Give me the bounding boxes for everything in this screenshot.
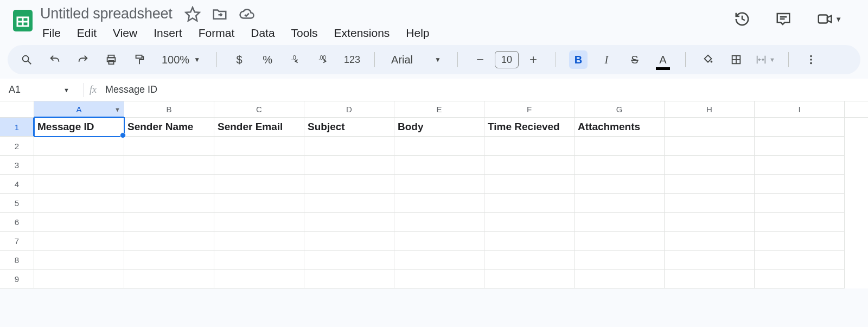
paint-format-icon[interactable] (130, 50, 149, 69)
percent-button[interactable]: % (258, 50, 277, 69)
increase-decimal-icon[interactable]: .00 (315, 50, 333, 69)
cell[interactable] (484, 251, 575, 270)
more-icon[interactable] (802, 50, 820, 69)
formula-input[interactable]: Message ID (105, 84, 157, 95)
cell[interactable] (124, 251, 214, 270)
name-box[interactable]: A1 ▼ (0, 84, 76, 95)
cell[interactable] (394, 232, 484, 251)
cell[interactable] (755, 213, 845, 232)
menu-tools[interactable]: Tools (291, 27, 318, 40)
column-header-h[interactable]: H (665, 101, 755, 117)
cell[interactable] (304, 156, 394, 175)
menu-view[interactable]: View (113, 27, 137, 40)
column-header-f[interactable]: F (484, 101, 575, 117)
cell[interactable] (124, 213, 214, 232)
cell-h1[interactable] (665, 118, 755, 137)
cell[interactable] (484, 156, 575, 175)
cell[interactable] (575, 156, 665, 175)
cell[interactable] (484, 194, 575, 213)
cell[interactable] (484, 232, 575, 251)
cell[interactable] (34, 232, 124, 251)
column-header-a[interactable]: A▼ (34, 101, 124, 117)
cell[interactable] (575, 137, 665, 156)
cell-f1[interactable]: Time Recieved (484, 118, 575, 137)
cell[interactable] (575, 232, 665, 251)
cell[interactable] (575, 251, 665, 270)
cell[interactable] (394, 213, 484, 232)
menu-file[interactable]: File (42, 27, 61, 40)
meet-icon[interactable] (816, 11, 833, 27)
column-header-i[interactable]: I (755, 101, 845, 117)
cell[interactable] (755, 137, 845, 156)
cell[interactable] (124, 194, 214, 213)
cell[interactable] (304, 270, 394, 288)
cell[interactable] (665, 232, 755, 251)
font-size-input[interactable]: 10 (495, 51, 519, 68)
zoom-select[interactable]: 100%▼ (162, 54, 200, 66)
row-header-6[interactable]: 6 (0, 213, 34, 232)
cell[interactable] (124, 270, 214, 288)
row-header-8[interactable]: 8 (0, 251, 34, 270)
cell[interactable] (665, 213, 755, 232)
cell[interactable] (755, 175, 845, 194)
row-header-1[interactable]: 1 (0, 118, 34, 137)
menu-insert[interactable]: Insert (154, 27, 182, 40)
cell[interactable] (394, 175, 484, 194)
star-icon[interactable] (184, 6, 201, 22)
cell[interactable] (755, 270, 845, 288)
cell[interactable] (214, 251, 304, 270)
row-header-7[interactable]: 7 (0, 232, 34, 251)
cell[interactable] (575, 175, 665, 194)
cell[interactable] (304, 175, 394, 194)
cell[interactable] (755, 156, 845, 175)
cell[interactable] (34, 270, 124, 288)
cell[interactable] (575, 194, 665, 213)
cell-e1[interactable]: Body (394, 118, 484, 137)
cell-d1[interactable]: Subject (304, 118, 394, 137)
cell[interactable] (755, 251, 845, 270)
cell[interactable] (665, 175, 755, 194)
increase-font-size-button[interactable]: + (524, 50, 542, 69)
column-header-d[interactable]: D (304, 101, 394, 117)
cell-b1[interactable]: Sender Name (124, 118, 214, 137)
cell[interactable] (34, 251, 124, 270)
cell[interactable] (34, 137, 124, 156)
cell[interactable] (755, 194, 845, 213)
cell[interactable] (214, 175, 304, 194)
number-format-button[interactable]: 123 (343, 50, 361, 69)
column-header-c[interactable]: C (214, 101, 304, 117)
cell[interactable] (124, 137, 214, 156)
currency-button[interactable]: $ (230, 50, 248, 69)
cell[interactable] (304, 213, 394, 232)
cell[interactable] (575, 213, 665, 232)
history-icon[interactable] (734, 11, 750, 27)
move-folder-icon[interactable] (212, 6, 228, 22)
menu-format[interactable]: Format (199, 27, 235, 40)
cell[interactable] (755, 232, 845, 251)
cell[interactable] (34, 213, 124, 232)
row-header-2[interactable]: 2 (0, 137, 34, 156)
cell[interactable] (484, 137, 575, 156)
cell[interactable] (484, 270, 575, 288)
cell[interactable] (394, 251, 484, 270)
decrease-font-size-button[interactable]: − (471, 50, 489, 69)
cell[interactable] (665, 156, 755, 175)
italic-button[interactable]: I (597, 50, 616, 69)
cell[interactable] (124, 232, 214, 251)
cell[interactable] (304, 251, 394, 270)
menu-help[interactable]: Help (406, 27, 429, 40)
cell[interactable] (665, 137, 755, 156)
cell[interactable] (124, 156, 214, 175)
cell[interactable] (665, 270, 755, 288)
cell[interactable] (394, 194, 484, 213)
menu-data[interactable]: Data (251, 27, 275, 40)
cell[interactable] (394, 137, 484, 156)
sheets-logo-icon[interactable] (10, 8, 36, 34)
cell[interactable] (394, 156, 484, 175)
column-header-e[interactable]: E (394, 101, 484, 117)
cell[interactable] (124, 175, 214, 194)
menu-extensions[interactable]: Extensions (334, 27, 390, 40)
row-header-9[interactable]: 9 (0, 270, 34, 288)
cell[interactable] (214, 194, 304, 213)
document-title[interactable]: Untitled spreadsheet (40, 5, 173, 22)
